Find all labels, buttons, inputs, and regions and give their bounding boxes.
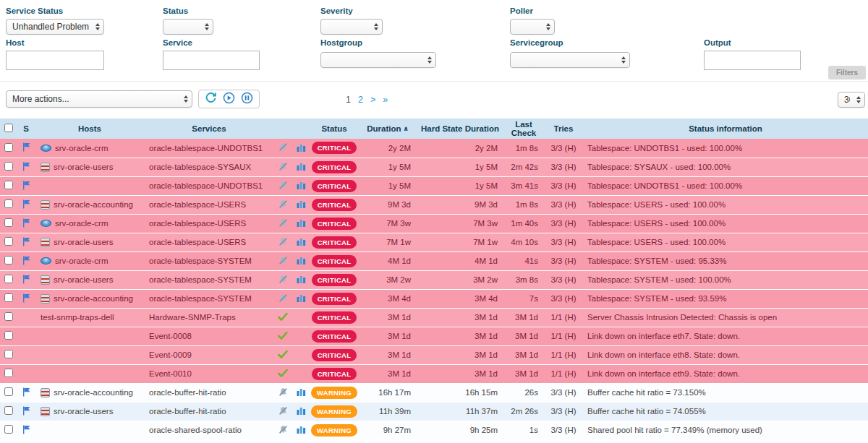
service-link[interactable]: oracle-tablespace-USERS [149,200,246,209]
tries-cell: 3/3 (H) [544,214,583,233]
tries-cell: 3/3 (H) [544,421,583,439]
service-link[interactable]: oracle-tablespace-USERS [149,238,246,246]
host-link[interactable]: test-snmp-traps-dell [41,313,114,322]
service-link[interactable]: oracle-shared-spool-ratio [149,426,242,434]
column-header-hard-state-duration[interactable]: Hard State Duration [417,119,503,139]
service-link[interactable]: oracle-buffer-hit-ratio [149,388,226,397]
column-header-tries[interactable]: Tries [544,119,583,139]
row-checkbox[interactable] [4,293,13,302]
row-checkbox[interactable] [4,425,13,434]
service-link[interactable]: oracle-tablespace-SYSTEM [149,275,252,284]
row-checkbox[interactable] [4,162,13,171]
chart-icon[interactable] [297,201,306,210]
page-2[interactable]: 2 [358,95,363,105]
row-checkbox[interactable] [4,181,13,189]
row-checkbox[interactable] [4,312,13,321]
refresh-button[interactable] [205,92,217,106]
column-header-hosts[interactable]: Hosts [35,119,145,139]
host-link[interactable]: srv-oracle-users [54,407,113,416]
row-checkbox[interactable] [4,275,13,283]
checkbox-cell [0,270,17,289]
service-link[interactable]: Event-0009 [149,350,192,359]
host-link[interactable]: srv-oracle-accounting [54,294,133,303]
poller-select[interactable] [510,19,555,35]
chart-icon[interactable] [297,220,306,228]
row-checkbox[interactable] [4,256,13,264]
column-header-duration[interactable]: Duration∧ [359,119,417,139]
chart-icon[interactable] [297,276,306,285]
pause-button[interactable] [241,92,253,106]
row-checkbox[interactable] [4,369,13,377]
more-actions-select[interactable]: More actions... [6,90,192,108]
page-1[interactable]: 1 [346,95,351,105]
host-link[interactable]: srv-oracle-users [54,275,113,284]
host-link[interactable]: srv-oracle-users [54,238,113,246]
service-input[interactable] [163,51,260,70]
hostgroup-select[interactable] [320,52,436,68]
service-link[interactable]: Event-0010 [149,369,192,378]
notifications-disabled-icon [278,145,288,153]
chart-icon[interactable] [297,389,306,397]
page-size-select[interactable]: 30 [838,92,865,108]
flag-cell [17,270,35,289]
column-header-status-information[interactable]: Status information [583,119,868,139]
select-all-checkbox[interactable] [4,124,13,132]
row-checkbox[interactable] [4,350,13,358]
flag-cell [17,383,35,402]
chart-icon[interactable] [297,182,306,191]
service-link[interactable]: Hardware-SNMP-Traps [149,313,236,322]
output-input[interactable] [704,51,801,70]
chart-icon[interactable] [297,426,306,435]
column-header-last-check[interactable]: Last Check [503,119,544,139]
chart-icon[interactable] [297,257,306,266]
table-row: srv-oracle-users oracle-tablespace-SYSTE… [0,270,868,289]
checkbox-cell [0,251,17,270]
last-check-cell: 3M 1d [503,364,544,383]
flag-cell [17,402,35,421]
servicegroup-select[interactable] [510,52,630,68]
filters-button[interactable]: Filters [828,66,866,79]
table-header-row: S Hosts Services Status Duration∧ Hard S… [0,119,868,139]
chart-icon[interactable] [297,145,306,153]
flag-cell [17,251,35,270]
play-button[interactable] [223,92,235,106]
service-link[interactable]: oracle-tablespace-USERS [149,219,246,228]
status-select[interactable] [163,19,213,35]
service-link[interactable]: oracle-tablespace-SYSTEM [149,257,252,265]
service-link[interactable]: oracle-buffer-hit-ratio [149,407,226,416]
host-link[interactable]: srv-oracle-accounting [54,388,133,397]
row-checkbox[interactable] [4,199,13,208]
service-link[interactable]: oracle-tablespace-UNDOTBS1 [149,181,263,190]
host-link[interactable]: srv-oracle-users [54,163,113,171]
service-link[interactable]: oracle-tablespace-UNDOTBS1 [149,144,263,152]
last-page-icon[interactable]: » [383,95,388,105]
host-link[interactable]: srv-oracle-crm [55,219,108,228]
severity-select[interactable] [320,19,383,35]
row-checkbox[interactable] [4,331,13,340]
row-checkbox[interactable] [4,143,13,152]
status-badge: CRITICAL [312,330,357,343]
service-link[interactable]: Event-0008 [149,332,192,340]
chart-icon[interactable] [297,408,306,416]
row-checkbox[interactable] [4,218,13,227]
notifications-disabled-icon [278,296,288,304]
chart-icon[interactable] [297,295,306,304]
next-page-icon[interactable]: > [370,95,375,105]
refresh-icon [205,92,217,106]
host-link[interactable]: srv-oracle-crm [55,257,108,265]
chart-icon[interactable] [297,163,306,172]
host-link[interactable]: srv-oracle-crm [55,144,108,152]
row-checkbox[interactable] [4,237,13,246]
row-checkbox[interactable] [4,387,13,396]
column-header-services[interactable]: Services [145,119,273,139]
column-header-s[interactable]: S [17,119,35,139]
service-link[interactable]: oracle-tablespace-SYSTEM [149,294,252,303]
service-link[interactable]: oracle-tablespace-SYSAUX [149,163,251,171]
table-row: srv-oracle-accounting oracle-buffer-hit-… [0,383,868,402]
chart-icon[interactable] [297,238,306,247]
service-status-select[interactable]: Unhandled Problems [6,19,104,35]
row-checkbox[interactable] [4,406,13,415]
column-header-status[interactable]: Status [310,119,359,139]
host-input[interactable] [6,51,104,70]
host-link[interactable]: srv-oracle-accounting [54,200,133,209]
